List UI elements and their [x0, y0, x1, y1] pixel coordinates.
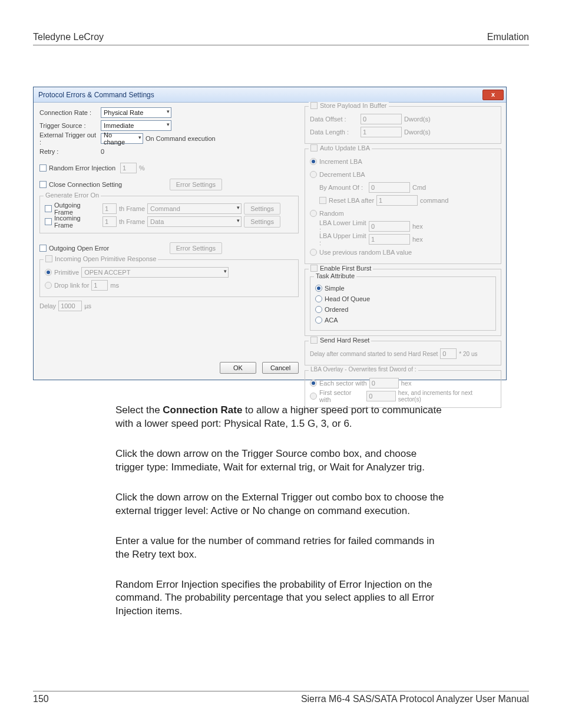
use-prev-radio[interactable] — [310, 249, 317, 256]
para-trigger-source: Click the down arrow on the Trigger Sour… — [115, 447, 447, 475]
lba-lower-input[interactable]: 0 — [369, 221, 410, 232]
reset-lba-unit: command — [420, 197, 448, 204]
close-icon[interactable]: x — [482, 90, 504, 100]
each-sector-label: Each sector with — [319, 380, 367, 387]
th-frame-2: th Frame — [119, 218, 145, 225]
drop-link-radio[interactable] — [45, 282, 52, 289]
incoming-frame-combo[interactable]: Data — [147, 216, 242, 227]
lba-lower-unit: hex — [412, 223, 423, 230]
external-trigger-combo[interactable]: No change — [101, 133, 143, 144]
increment-lba-radio[interactable] — [310, 158, 317, 165]
header-rule — [33, 45, 529, 45]
simple-radio[interactable] — [315, 285, 322, 292]
reset-lba-input[interactable]: 1 — [376, 195, 418, 206]
hard-reset-delay-unit: * 20 us — [459, 351, 477, 357]
trigger-source-combo[interactable]: Immediate — [101, 120, 171, 131]
first-sector-label: First sector with — [319, 389, 364, 403]
outgoing-open-error-checkbox[interactable] — [39, 245, 47, 252]
lba-overlay-group: LBA Overlay - Overwrites first Dword of … — [305, 370, 501, 408]
dialog-titlebar: Protocol Errors & Command Settings x — [34, 87, 506, 103]
connection-rate-label: Connection Rate : — [39, 109, 98, 116]
delay-unit: µs — [84, 302, 91, 309]
data-length-input[interactable]: 1 — [361, 127, 402, 137]
store-payload-caption: Store Payload In Buffer — [320, 102, 387, 109]
trigger-source-label: Trigger Source : — [39, 122, 98, 129]
lba-upper-unit: hex — [412, 236, 423, 243]
incoming-frame-num[interactable]: 1 — [103, 216, 117, 227]
aca-radio[interactable] — [315, 317, 322, 324]
primitive-combo[interactable]: OPEN ACCEPT — [81, 267, 229, 278]
delay-input[interactable]: 1000 — [58, 301, 82, 311]
send-hard-reset-group: Send Hard Reset Delay after command star… — [305, 341, 501, 365]
primitive-radio[interactable] — [45, 269, 52, 276]
error-settings-button-1[interactable]: Error Settings — [170, 179, 222, 190]
send-hard-reset-checkbox[interactable] — [310, 337, 318, 344]
footer-rule — [33, 691, 529, 691]
each-sector-input[interactable]: 0 — [369, 378, 399, 388]
incoming-frame-label: Incoming Frame — [54, 215, 100, 229]
hard-reset-delay-label: Delay after command started to send Hard… — [310, 351, 438, 357]
incoming-open-response-checkbox[interactable] — [45, 255, 52, 262]
random-radio[interactable] — [310, 210, 317, 217]
lba-overlay-caption: LBA Overlay - Overwrites first Dword of … — [310, 366, 416, 373]
store-payload-checkbox[interactable] — [310, 102, 318, 109]
aca-label: ACA — [325, 317, 338, 324]
footer-right: Sierra M6-4 SAS/SATA Protocol Analyzer U… — [301, 694, 529, 704]
hard-reset-delay-input[interactable]: 0 — [440, 348, 457, 359]
data-offset-input[interactable]: 0 — [361, 114, 402, 124]
first-sector-radio[interactable] — [310, 393, 317, 400]
data-length-label: Data Length : — [310, 129, 358, 136]
incoming-settings-button[interactable]: Settings — [244, 216, 280, 228]
ok-button[interactable]: OK — [220, 362, 256, 374]
enable-first-burst-checkbox[interactable] — [310, 265, 318, 272]
close-connection-checkbox[interactable] — [39, 181, 47, 188]
random-error-input[interactable]: 1 — [120, 163, 137, 173]
ordered-radio[interactable] — [315, 306, 322, 313]
dialog-title: Protocol Errors & Command Settings — [38, 91, 154, 99]
delay-label: Delay — [39, 302, 56, 309]
by-amount-input[interactable]: 0 — [369, 182, 410, 193]
outgoing-settings-button[interactable]: Settings — [244, 203, 280, 215]
lba-upper-label: LBA Upper Limit : — [310, 232, 366, 246]
each-sector-radio[interactable] — [310, 380, 317, 387]
task-attribute-group: Task Attribute Simple Head Of Queue Orde… — [310, 276, 496, 331]
incoming-frame-checkbox[interactable] — [45, 218, 52, 225]
auto-update-lba-group: Auto Update LBA Increment LBA Decrement … — [305, 149, 501, 264]
auto-update-lba-checkbox[interactable] — [310, 144, 318, 151]
drop-link-input[interactable]: 1 — [91, 280, 108, 291]
header-left: Teledyne LeCroy — [33, 32, 104, 42]
lba-upper-input[interactable]: 1 — [369, 234, 410, 245]
first-sector-suffix: hex, and increments for next sector(s) — [398, 390, 496, 403]
generate-error-group: Generate Error On Outgoing Frame 1 th Fr… — [39, 196, 299, 233]
by-amount-label: By Amount Of : — [310, 184, 366, 191]
header-right: Emulation — [487, 32, 529, 42]
increment-lba-label: Increment LBA — [319, 158, 362, 165]
outgoing-frame-num[interactable]: 1 — [103, 203, 117, 214]
para-random-error: Random Error Injection specifies the pro… — [115, 578, 447, 619]
para1-bold: Connection Rate — [163, 404, 242, 416]
decrement-lba-radio[interactable] — [310, 171, 317, 178]
incoming-open-response-group: Incoming Open Primitive Response Primiti… — [39, 259, 299, 297]
para1-pre: Select the — [115, 404, 163, 416]
outgoing-open-error-label: Outgoing Open Error — [49, 245, 109, 252]
th-frame-1: th Frame — [119, 205, 145, 212]
reset-lba-checkbox[interactable] — [319, 197, 326, 204]
by-amount-unit: Cmd — [412, 184, 426, 191]
first-sector-input[interactable]: 0 — [366, 391, 396, 401]
retry-value: 0 — [101, 148, 124, 155]
connection-rate-combo[interactable]: Physical Rate — [101, 107, 171, 118]
head-of-queue-radio[interactable] — [315, 295, 322, 302]
decrement-lba-label: Decrement LBA — [319, 171, 365, 178]
para-external-trigger: Click the down arrow on the External Tri… — [115, 491, 447, 518]
enable-first-burst-group: Enable First Burst Task Attribute Simple… — [305, 269, 501, 336]
cancel-button[interactable]: Cancel — [262, 362, 299, 374]
outgoing-frame-combo[interactable]: Command — [147, 203, 242, 214]
data-length-unit: Dword(s) — [404, 129, 431, 136]
reset-lba-label: Reset LBA after — [329, 197, 374, 204]
outgoing-frame-checkbox[interactable] — [45, 205, 52, 212]
random-error-checkbox[interactable] — [39, 164, 47, 172]
error-settings-button-2[interactable]: Error Settings — [170, 242, 222, 254]
each-sector-unit: hex — [401, 380, 412, 387]
generate-error-caption: Generate Error On — [45, 192, 99, 199]
drop-link-label: Drop link for — [54, 282, 89, 289]
